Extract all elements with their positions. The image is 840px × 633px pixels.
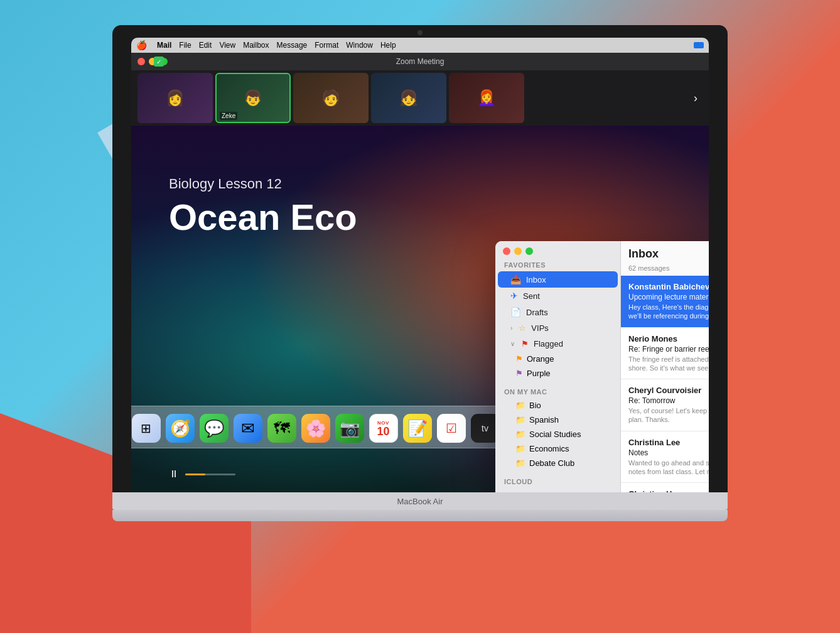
favorites-header: Favorites [495,259,620,271]
mail-message-2[interactable]: Cheryl Courvoisier Yesterday Re: Tomorro… [621,379,709,431]
apple-menu-icon[interactable]: 🍎 [136,40,147,50]
dock-item-messages[interactable]: 💬 [198,413,230,444]
msg-3-subject: Notes [628,448,709,457]
video-thumb-1[interactable]: 👩 [137,73,213,123]
dock-item-reminders[interactable]: ☑ [436,413,467,444]
menu-item-file[interactable]: File [179,41,191,50]
dock-item-notes[interactable]: 📝 [402,413,433,444]
dock-item-mail[interactable]: ✉ [232,413,264,444]
sidebar-folder-social-studies[interactable]: 📁 Social Studies [498,427,618,441]
mail-message-1[interactable]: Nerio Mones 8:49 AM Re: Fringe or barrie… [621,328,709,380]
msg-2-preview: Yes, of course! Let's keep that as the p… [628,406,709,425]
calendar-icon: NOV 10 [369,414,398,443]
dock-item-photos[interactable]: 🌸 [300,413,331,444]
bio-folder-icon: 📁 [515,401,525,410]
video-thumb-3[interactable]: 🧑 [293,73,369,123]
flagged-expand-arrow: ∨ [510,340,515,347]
mail-message-0[interactable]: Konstantin Babichev 9:15 AM Upcoming lec… [621,276,709,328]
vips-star-icon: ☆ [519,323,526,333]
mail-dock-icon: ✉ [234,414,262,443]
msg-1-subject: Re: Fringe or barrier reef? [628,345,709,354]
maps-icon: 🗺 [267,414,296,443]
debate-club-folder-icon: 📁 [515,458,525,468]
menu-item-format[interactable]: Format [315,41,338,50]
mail-message-list: Inbox ◉ 62 messages Konstantin Babichev … [621,241,709,492]
photos-icon: 🌸 [301,414,330,443]
menu-item-help[interactable]: Help [380,41,396,50]
menu-item-mail[interactable]: Mail [157,41,171,50]
slide-title-container: Biology Lesson 12 Ocean Eco [169,176,357,237]
sidebar-economics-label: Economics [529,444,569,453]
msg-0-from: Konstantin Babichev [628,282,709,291]
menu-item-window[interactable]: Window [346,41,373,50]
drafts-icon: 📄 [510,307,521,317]
menu-item-edit[interactable]: Edit [199,41,212,50]
smart-mailboxes-header: Smart Mailboxes [495,490,620,492]
safari-icon: 🧭 [166,414,195,443]
video-thumb-zeke[interactable]: 👦 Zeke [215,73,291,123]
mail-window-controls [495,241,620,259]
zoom-window-title: Zoom Meeting [396,57,444,66]
menu-item-view[interactable]: View [219,41,235,50]
notes-icon: 📝 [403,414,432,443]
sidebar-folder-bio[interactable]: 📁 Bio [498,398,618,413]
dock-item-facetime[interactable]: 📷 [334,413,365,444]
mail-tl-yellow[interactable] [514,247,522,255]
msg-2-subject: Re: Tomorrow [628,396,709,405]
menu-item-mailbox[interactable]: Mailbox [243,41,269,50]
purple-flag-icon: ⚑ [515,369,523,378]
sidebar-item-vips[interactable]: › ☆ VIPs [498,320,618,336]
traffic-light-red[interactable] [137,58,145,65]
sidebar-folder-debate-club[interactable]: 📁 Debate Club [498,456,618,470]
sidebar-spanish-label: Spanish [529,415,559,425]
zoom-thumbnails: 👩 👦 Zeke 🧑 👧 👩‍🦰 › [131,70,709,126]
macbook-model-name: MacBook Air [397,497,443,506]
dock-item-launchpad[interactable]: ⊞ [131,413,162,444]
inbox-title: Inbox [628,247,659,261]
video-thumb-4[interactable]: 👧 [371,73,446,123]
zoom-next-button[interactable]: › [689,92,703,105]
mail-tl-green[interactable] [525,247,533,255]
sidebar-item-purple[interactable]: ⚑ Purple [498,366,618,381]
calendar-date: 10 [377,426,389,437]
slide-title: Ocean Eco [169,197,357,237]
zoom-menubar-icon [694,42,704,48]
sidebar-folder-economics[interactable]: 📁 Economics [498,441,618,456]
screen-content: ✓ Zoom Meeting 👩 👦 Zeke 🧑 👧 [131,53,709,492]
menubar: 🍎 Mail File Edit View Mailbox Message Fo… [131,38,709,53]
dock-item-calendar[interactable]: NOV 10 [368,413,399,444]
mail-message-3[interactable]: Christina Lee Yesterday Notes Wanted to … [621,431,709,484]
slide-subtitle: Biology Lesson 12 [169,176,357,192]
progress-bar [185,473,235,475]
macbook-chin [112,510,728,521]
mail-message-4[interactable]: Christine Huang 11/07/20 Debate club - r… [621,483,709,492]
flagged-icon: ⚑ [521,339,529,349]
video-thumb-5[interactable]: 👩‍🦰 [449,73,524,123]
sidebar-item-inbox[interactable]: 📥 Inbox [498,271,618,288]
sidebar-item-drafts[interactable]: 📄 Drafts [498,304,618,320]
sidebar-inbox-label: Inbox [526,275,546,284]
screen-bezel: 🍎 Mail File Edit View Mailbox Message Fo… [112,25,728,492]
mail-sidebar: Favorites 📥 Inbox ✈ Sent 📄 Drafts › [495,241,621,492]
pause-button[interactable]: ⏸ [169,468,179,480]
dock-item-safari[interactable]: 🧭 [164,413,196,444]
menu-item-message[interactable]: Message [277,41,308,50]
sidebar-debate-club-label: Debate Club [529,458,574,468]
mail-tl-red[interactable] [503,247,510,255]
sidebar-item-sent[interactable]: ✈ Sent [498,288,618,304]
msg-3-from: Christina Lee [628,438,680,447]
mail-list-header: Inbox ◉ [621,241,709,264]
sidebar-purple-label: Purple [527,369,551,378]
msg-4-from: Christine Huang [628,489,691,492]
inbox-count: 62 messages [621,264,709,276]
msg-1-preview: The fringe reef is attached to the shore… [628,355,709,373]
msg-0-preview: Hey class, Here's the diagram that we'll… [628,303,709,321]
video-thumb-zeke-label: Zeke [220,112,237,120]
sidebar-item-orange[interactable]: ⚑ Orange [498,352,618,366]
facetime-icon: 📷 [335,414,364,443]
sidebar-folder-spanish[interactable]: 📁 Spanish [498,413,618,427]
menubar-right [694,42,704,48]
sidebar-flagged-label: Flagged [534,339,563,349]
sidebar-item-flagged[interactable]: ∨ ⚑ Flagged [498,336,618,352]
dock-item-maps[interactable]: 🗺 [266,413,298,444]
